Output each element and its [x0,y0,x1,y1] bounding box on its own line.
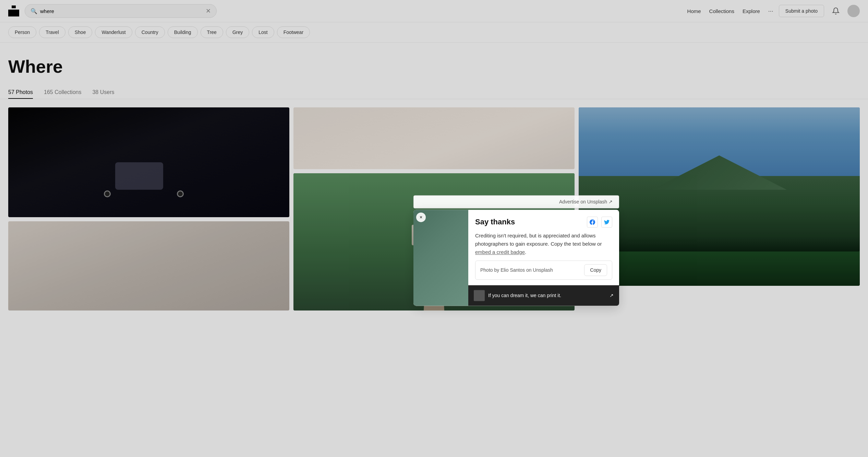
platform-link[interactable]: Unsplash [533,267,553,273]
say-thanks-header: Say thanks [468,210,619,227]
embed-credit-badge-link[interactable]: embed a credit badge [475,249,525,255]
photographer-link[interactable]: Elio Santos [501,267,525,273]
advertise-banner[interactable]: Advertise on Unsplash ↗ [413,195,619,208]
modal-backdrop[interactable]: Advertise on Unsplash ↗ × Say thanks [0,0,868,319]
print-banner-text: If you can dream it, we can print it. [488,293,561,298]
print-thumbnail [474,290,485,301]
social-icons [587,216,612,227]
credit-text: Photo by Elio Santos on Unsplash [480,267,581,273]
twitter-share-button[interactable] [601,216,612,227]
modal-close-button[interactable]: × [416,212,426,222]
advertise-arrow-icon: ↗ [608,199,613,204]
print-banner-left: If you can dream it, we can print it. [474,290,561,301]
say-thanks-card: × Say thanks [413,210,619,306]
credit-row: Photo by Elio Santos on Unsplash Copy [475,260,612,280]
say-thanks-title: Say thanks [475,218,515,226]
advertise-text: Advertise on Unsplash [559,199,607,204]
say-thanks-body: Crediting isn't required, but is appreci… [468,227,619,285]
copy-button[interactable]: Copy [584,264,607,276]
say-thanks-description: Crediting isn't required, but is appreci… [475,232,612,256]
modal-container: Advertise on Unsplash ↗ × Say thanks [413,195,619,306]
close-icon: × [420,214,422,220]
print-external-link-icon[interactable]: ↗ [610,293,614,298]
facebook-share-button[interactable] [587,216,598,227]
print-banner[interactable]: If you can dream it, we can print it. ↗ [468,285,619,306]
